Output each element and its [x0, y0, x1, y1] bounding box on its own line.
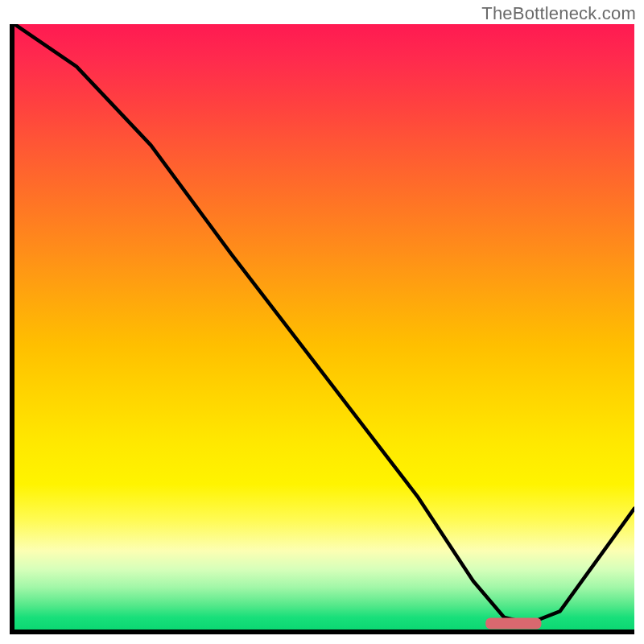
bottleneck-curve-path [14, 24, 634, 624]
chart-container: TheBottleneck.com [0, 0, 644, 644]
plot-area [14, 24, 634, 630]
chart-svg [14, 24, 634, 630]
watermark-text: TheBottleneck.com [481, 3, 636, 24]
optimum-marker [485, 618, 541, 630]
